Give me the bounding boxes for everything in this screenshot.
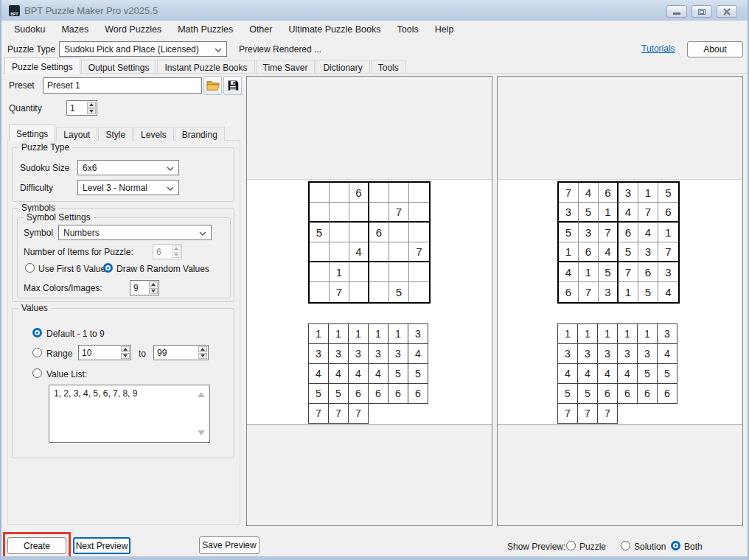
chevron-down-icon [215,48,222,52]
number-tile: 1 [348,323,369,344]
show-preview-solution-radio[interactable] [621,541,630,550]
chevron-down-icon [167,167,174,171]
range-to-spin-buttons[interactable] [198,346,208,360]
number-tile: 7 [308,403,329,424]
number-tile: 3 [388,343,408,364]
symbol-select[interactable]: Numbers [58,225,212,240]
tab-levels[interactable]: Levels [133,127,174,141]
sudoku-cell: 7 [559,183,579,203]
difficulty-select[interactable]: Level 3 - Normal [77,180,179,195]
save-preview-button[interactable]: Save Preview [199,536,259,554]
close-button[interactable] [717,5,737,18]
menu-item-ultimate-puzzle-books[interactable]: Ultimate Puzzle Books [280,21,389,38]
range-to-word: to [139,349,146,359]
tab-settings[interactable]: Settings [9,125,55,141]
menu-item-word-puzzles[interactable]: Word Puzzles [97,21,170,38]
sudoku-cell [389,242,409,262]
settings-tab-strip: Settings Layout Style Levels Branding [9,124,226,141]
menu-item-mazes[interactable]: Mazes [53,21,97,38]
number-tile: 6 [597,383,618,404]
sudoku-cell: 4 [559,262,579,282]
sudoku-cell: 3 [619,183,638,203]
open-preset-button[interactable] [203,76,222,95]
sudoku-cell [369,242,389,262]
draw-random-values-radio[interactable] [103,263,113,273]
default-values-radio[interactable] [32,328,42,337]
range-from-value: 10 [79,346,120,360]
save-preset-button[interactable] [223,76,242,95]
next-preview-button[interactable]: Next Preview [73,537,130,554]
show-preview-label: Show Preview: [507,542,565,552]
puzzle-type-select[interactable]: Sudoku Pick and Place (Licensed) [59,41,227,57]
tab-branding[interactable]: Branding [175,127,225,141]
sudoku-cell: 4 [349,242,369,262]
sudoku-cell [310,183,330,203]
show-preview-puzzle-radio[interactable] [566,541,576,550]
tutorials-link[interactable]: Tutorials [641,43,675,54]
sudoku-cell [310,242,330,262]
max-colors-spin-buttons[interactable] [148,281,158,295]
quantity-stepper[interactable]: 1 [66,100,97,116]
number-tile: 6 [408,383,428,404]
value-list-radio[interactable] [32,368,42,378]
show-preview-both-radio[interactable] [671,541,680,550]
scroll-down-icon[interactable] [198,430,205,435]
menu-bar: Sudoku Mazes Word Puzzles Math Puzzles O… [1,21,748,38]
menu-item-other[interactable]: Other [241,21,280,38]
tab-layout[interactable]: Layout [56,127,97,141]
sudoku-size-label: Sudoku Size [20,163,69,173]
sudoku-cell: 3 [599,282,619,302]
sudoku-cell: 1 [330,262,349,282]
sudoku-size-value: 6x6 [83,163,97,173]
tab-puzzle-settings[interactable]: Puzzle Settings [4,57,80,74]
maximize-button[interactable] [691,5,712,18]
menu-item-tools[interactable]: Tools [389,21,426,38]
save-icon [227,80,239,91]
range-from-spin-buttons[interactable] [120,346,130,360]
minimize-button[interactable] [666,5,687,18]
tab-dictionary[interactable]: Dictionary [316,60,369,74]
sudoku-cell: 1 [619,282,638,302]
max-colors-stepper[interactable]: 9 [130,280,159,295]
number-tile: 3 [577,343,598,364]
items-for-puzzle-label: Number of Items for Puzzle: [24,247,133,257]
menu-item-math-puzzles[interactable]: Math Puzzles [170,21,241,38]
range-to-stepper[interactable]: 99 [153,345,209,360]
sudoku-cell: 4 [599,242,619,262]
sudoku-cell: 6 [349,183,369,203]
use-first-values-radio[interactable] [25,263,35,273]
number-tile: 3 [617,343,638,364]
puzzle-type-label: Puzzle Type [7,44,55,55]
sudoku-cell [389,262,409,282]
app-window: BPT BPT Puzzle Maker Pro v2025.5 Sudoku … [0,0,749,560]
sudoku-cell [389,223,409,242]
range-from-stepper[interactable]: 10 [78,345,131,360]
number-tile: 6 [388,383,408,404]
number-tile: 3 [368,343,389,364]
scroll-up-icon[interactable] [198,392,205,397]
tab-tools[interactable]: Tools [371,60,406,74]
default-values-label: Default - 1 to 9 [46,329,105,339]
number-tile: 4 [557,363,578,384]
quantity-spin-buttons[interactable] [86,101,97,115]
tab-style[interactable]: Style [98,127,133,141]
number-tile: 6 [657,383,677,404]
tab-instant-puzzle-books[interactable]: Instant Puzzle Books [157,60,254,74]
number-tile: 7 [328,403,349,424]
menu-item-help[interactable]: Help [427,21,462,38]
about-button[interactable]: About [687,41,743,57]
footer-bar: Create Next Preview Save Preview Show Pr… [1,528,748,556]
value-list-input[interactable]: 1, 2, 3, 4, 5, 6, 7, 8, 9 [49,385,210,443]
sudoku-size-select[interactable]: 6x6 [77,160,179,175]
tab-time-saver[interactable]: Time Saver [256,60,316,74]
number-tile: 3 [328,343,349,364]
sudoku-cell [369,282,389,302]
range-radio[interactable] [32,348,42,357]
menu-item-sudoku[interactable]: Sudoku [6,21,53,38]
number-tile: 1 [368,323,389,344]
use-first-values-label: Use First 6 Values [38,264,110,274]
sudoku-cell [349,262,369,282]
preset-input[interactable]: Preset 1 [43,77,202,94]
tab-output-settings[interactable]: Output Settings [81,60,157,74]
sudoku-cell: 3 [579,223,599,242]
